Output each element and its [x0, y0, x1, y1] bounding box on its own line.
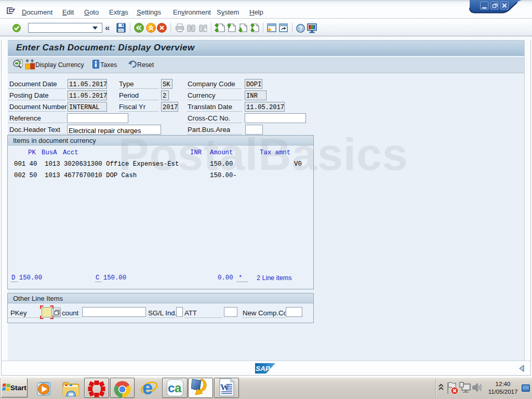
svg-text:e: e [142, 378, 153, 398]
svg-text:c: c [168, 381, 175, 395]
svg-text:a: a [175, 381, 182, 395]
svg-text:W: W [220, 382, 229, 392]
svg-text:SAP: SAP [256, 365, 271, 373]
svg-text:?: ? [299, 25, 302, 32]
